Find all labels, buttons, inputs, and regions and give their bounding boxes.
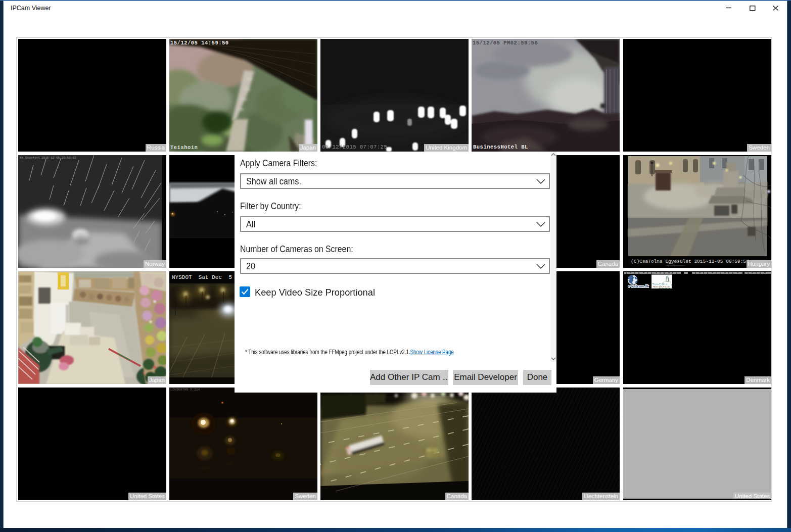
svg-text:e-webcam.dk: e-webcam.dk xyxy=(628,284,648,288)
svg-text:FANO GOLF KLUB: FANO GOLF KLUB xyxy=(653,286,670,288)
